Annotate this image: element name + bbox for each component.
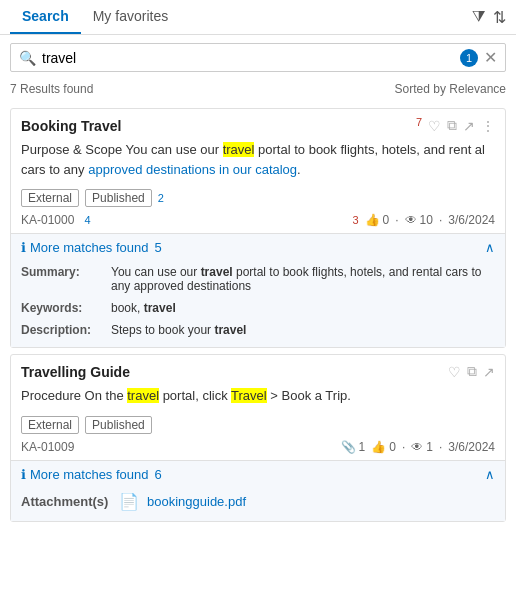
tag-num-1: 2	[158, 192, 164, 204]
sort-icon[interactable]	[493, 8, 506, 27]
more-matches-body-1: Summary: You can use our travel portal t…	[21, 261, 495, 341]
info-icon-2: ℹ	[21, 467, 26, 482]
more-matches-count-2: 6	[155, 467, 162, 482]
body-text-2a: Procedure On the	[21, 388, 127, 403]
result-body-2: Procedure On the travel portal, click Tr…	[11, 384, 505, 412]
tag-published-1: Published	[85, 189, 152, 207]
tag-published-2: Published	[85, 416, 152, 434]
attachment-stat-2: 1	[341, 440, 366, 454]
copy-icon-1[interactable]	[447, 117, 457, 134]
export-icon-2[interactable]	[483, 364, 495, 380]
article-id-1: KA-01000 4	[21, 213, 91, 227]
result-card-2: Travelling Guide Procedure On the travel…	[10, 354, 506, 522]
views-stat-1: 10	[405, 213, 433, 227]
separator-4: ·	[439, 440, 442, 454]
eye-icon-2	[411, 440, 423, 454]
highlight-travel-2: travel	[127, 388, 159, 403]
attachment-file[interactable]: bookingguide.pdf	[147, 494, 246, 509]
tabs-bar: Search My favorites	[0, 0, 516, 35]
eye-icon-1	[405, 213, 417, 227]
result-body-1: Purpose & Scope You can use our travel p…	[11, 138, 505, 185]
views-stat-2: 1	[411, 440, 433, 454]
result-tags-1: External Published 2	[11, 185, 505, 211]
separator-2: ·	[439, 213, 442, 227]
more-matches-header-2[interactable]: ℹ More matches found 6 ∧	[21, 467, 495, 482]
export-icon-1[interactable]	[463, 118, 475, 134]
likes-stat-1: 0	[365, 213, 390, 227]
match-label-description: Description:	[21, 323, 111, 337]
more-matches-count-1: 5	[155, 240, 162, 255]
match-value-attachment: 📄 bookingguide.pdf	[119, 492, 246, 511]
body-text-2b: portal, click Travel > Book a Trip.	[159, 388, 351, 403]
thumb-icon-2	[371, 440, 386, 454]
article-id-2: KA-01009	[21, 440, 74, 454]
result-footer-2: KA-01009 1 0 · 1 · 3/6/2024	[11, 438, 505, 460]
date-1: 3/6/2024	[448, 213, 495, 227]
tag-external-1: External	[21, 189, 79, 207]
article-id-text-1: KA-01000	[21, 213, 74, 227]
more-matches-label-1: ℹ More matches found 5	[21, 240, 162, 255]
result-header-2: Travelling Guide	[11, 355, 505, 384]
search-bar: 🔍 1 ✕	[10, 43, 506, 72]
chevron-up-icon-1[interactable]: ∧	[485, 240, 495, 255]
copy-icon-2[interactable]	[467, 363, 477, 380]
result-tags-2: External Published	[11, 412, 505, 438]
result-num1: 7	[416, 116, 422, 128]
separator-1: ·	[395, 213, 398, 227]
result-icons-2	[448, 363, 495, 380]
match-label-keywords: Keywords:	[21, 301, 111, 315]
match-row-description: Description: Steps to book your travel	[21, 319, 495, 341]
likes-count-2: 0	[389, 440, 396, 454]
footer-right-2: 1 0 · 1 · 3/6/2024	[341, 440, 495, 454]
views-count-1: 10	[420, 213, 433, 227]
more-matches-header-1[interactable]: ℹ More matches found 5 ∧	[21, 240, 495, 255]
result-header-1: Booking Travel 7	[11, 109, 505, 138]
tab-search[interactable]: Search	[10, 0, 81, 34]
match-value-description: Steps to book your travel	[111, 323, 246, 337]
result-icons-1: 7	[416, 117, 495, 134]
highlight-travel-1: travel	[223, 142, 255, 157]
more-matches-text-1: More matches found	[30, 240, 149, 255]
likes-stat-2: 0	[371, 440, 396, 454]
match-value-summary: You can use our travel portal to book fl…	[111, 265, 495, 293]
more-matches-body-2: Attachment(s) 📄 bookingguide.pdf	[21, 488, 495, 515]
result-footer-1: KA-01000 4 3 0 · 10 · 3/6/2024	[11, 211, 505, 233]
chevron-up-icon-2[interactable]: ∧	[485, 467, 495, 482]
date-2: 3/6/2024	[448, 440, 495, 454]
thumb-icon-1	[365, 213, 380, 227]
search-input[interactable]	[42, 50, 456, 66]
match-label-attachment: Attachment(s)	[21, 494, 111, 509]
heart-icon-1[interactable]	[428, 118, 441, 134]
footer-right-1: 3 0 · 10 · 3/6/2024	[352, 213, 495, 227]
results-meta: 7 Results found Sorted by Relevance	[0, 80, 516, 102]
heart-icon-2[interactable]	[448, 364, 461, 380]
more-matches-1: ℹ More matches found 5 ∧ Summary: You ca…	[11, 233, 505, 347]
info-icon-1: ℹ	[21, 240, 26, 255]
tab-actions	[472, 8, 506, 27]
search-count-badge: 1	[460, 49, 478, 67]
sort-label: Sorted by Relevance	[395, 82, 506, 96]
search-icon: 🔍	[19, 50, 36, 66]
result-card-1: Booking Travel 7 Purpose & Scope You can…	[10, 108, 506, 348]
more-icon-1[interactable]	[481, 118, 495, 134]
match-row-attachment: Attachment(s) 📄 bookingguide.pdf	[21, 488, 495, 515]
match-label-summary: Summary:	[21, 265, 111, 293]
match-row-summary: Summary: You can use our travel portal t…	[21, 261, 495, 297]
views-count-2: 1	[426, 440, 433, 454]
article-num-1: 4	[84, 214, 90, 226]
more-matches-2: ℹ More matches found 6 ∧ Attachment(s) 📄…	[11, 460, 505, 521]
separator-3: ·	[402, 440, 405, 454]
clip-icon-2	[341, 440, 356, 454]
clear-icon[interactable]: ✕	[484, 48, 497, 67]
result-title-1[interactable]: Booking Travel	[21, 118, 121, 134]
tab-favorites[interactable]: My favorites	[81, 0, 180, 34]
num-badge-1: 3	[352, 214, 358, 226]
results-count: 7 Results found	[10, 82, 93, 96]
more-matches-text-2: More matches found	[30, 467, 149, 482]
more-matches-label-2: ℹ More matches found 6	[21, 467, 162, 482]
filter-icon[interactable]	[472, 8, 485, 26]
likes-count-1: 0	[383, 213, 390, 227]
article-id-text-2: KA-01009	[21, 440, 74, 454]
body-text-1a: Purpose & Scope You can use our	[21, 142, 223, 157]
result-title-2[interactable]: Travelling Guide	[21, 364, 130, 380]
